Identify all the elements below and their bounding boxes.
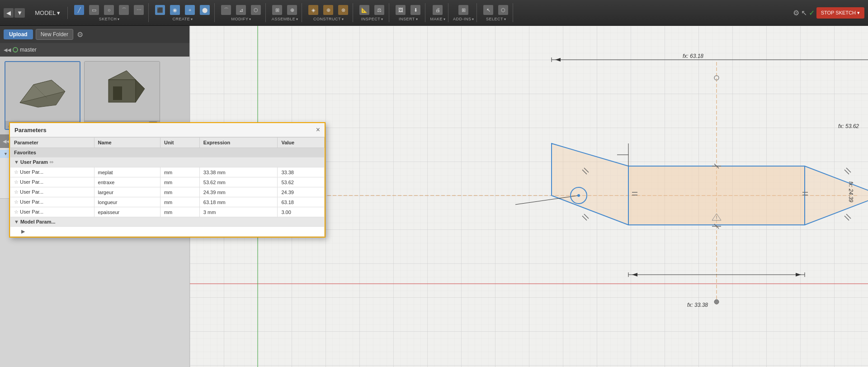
thumbnail-card-0[interactable]: 🖊 supersoco plug ... V1 [5, 61, 80, 130]
assemble-joint-button[interactable]: ⊕ [285, 4, 299, 16]
inspect-measure-button[interactable]: 📐 [358, 4, 371, 16]
param-row-supersoco[interactable]: ▶ [10, 227, 325, 237]
param-name-epaisseur[interactable]: epaisseur [94, 207, 160, 217]
parameters-close-button[interactable]: × [316, 126, 320, 134]
addins-scripts-button[interactable]: ⊞ [457, 4, 470, 16]
parameters-title: Parameters [14, 127, 47, 133]
sketch-more-button[interactable]: ⋯ [132, 4, 146, 16]
params-subsection-model[interactable]: ▼ Model Param... [10, 217, 325, 227]
thumbnail-image-0 [5, 62, 80, 121]
nav-dropdown-button[interactable]: ▼ [14, 8, 25, 18]
select-group: ↖ ⬡ SELECT ▾ [479, 3, 513, 22]
file-settings-button[interactable]: ⚙ [77, 30, 83, 39]
star-longueur[interactable]: ☆ [14, 199, 19, 205]
create-loft-button[interactable]: ⬤ [198, 4, 212, 16]
user-params-expand[interactable]: ▼ [14, 159, 20, 165]
create-extrude-button[interactable]: ⬛ [153, 4, 167, 16]
sketch-rect-button[interactable]: ▭ [87, 4, 101, 16]
param-value-entraxe: 53.62 [278, 177, 325, 187]
modify-dropdown-arrow: ▾ [249, 17, 251, 21]
create-label: CREATE [173, 17, 190, 21]
supersoco-expand[interactable]: ▶ [21, 229, 25, 234]
insert-group: 🖼 ⬇ INSERT ▾ [391, 3, 425, 22]
nav-left-arrow[interactable]: ◀◀ [4, 47, 11, 53]
user-params-resize-handle[interactable]: ⇔ [49, 159, 53, 165]
cursor-icon-button[interactable]: ↖ [801, 9, 807, 17]
chevron-down-icon: ▾ [57, 10, 60, 16]
param-param-meplat: ☆ User Par... [10, 167, 94, 177]
main-toolbar: ◀ ▼ MODEL ▾ ╱ ▭ ○ ⌒ ⋯ [0, 0, 868, 26]
select-button[interactable]: ↖ [481, 4, 495, 16]
param-expr-epaisseur[interactable]: 3 mm [199, 207, 278, 217]
col-header-name: Name [94, 138, 160, 148]
param-unit-longueur: mm [160, 197, 199, 207]
modify-chamfer-button[interactable]: ⊿ [234, 4, 248, 16]
assemble-new-button[interactable]: ⊞ [270, 4, 284, 16]
star-largeur[interactable]: ☆ [14, 189, 19, 195]
breadcrumb-bar: ◀◀ master [0, 43, 189, 57]
param-name-largeur[interactable]: largeur [94, 187, 160, 197]
param-unit-entraxe: mm [160, 177, 199, 187]
param-expr-longueur[interactable]: 63.18 mm [199, 197, 278, 207]
star-meplat[interactable]: ☆ [14, 169, 19, 175]
select-label: SELECT [486, 17, 503, 21]
param-expr-meplat[interactable]: 33.38 mm [199, 167, 278, 177]
create-revolve-button[interactable]: ◉ [168, 4, 182, 16]
sketch-circle-button[interactable]: ○ [102, 4, 116, 16]
inspect-interference-button[interactable]: ⚖ [373, 4, 386, 16]
param-name-entraxe[interactable]: entraxe [94, 177, 160, 187]
insert-image-button[interactable]: 🖼 [394, 4, 407, 16]
insert-svg-button[interactable]: ⬇ [409, 4, 422, 16]
tree-expand-root[interactable]: ▼ [4, 152, 9, 156]
construct-axis-button[interactable]: ⊕ [321, 4, 335, 16]
star-entraxe[interactable]: ☆ [14, 179, 19, 185]
param-row-longueur: ☆ User Par... longueur mm 63.18 mm 63.18 [10, 197, 325, 207]
col-header-parameter: Parameter [10, 138, 94, 148]
svg-marker-4 [108, 71, 136, 80]
param-param-entraxe: ☆ User Par... [10, 177, 94, 187]
star-epaisseur[interactable]: ☆ [14, 209, 19, 214]
sketch-arc-button[interactable]: ⌒ [117, 4, 131, 16]
params-subsection-user[interactable]: ▼ User Param ⇔ [10, 157, 325, 167]
sketch-line-button[interactable]: ╱ [72, 4, 86, 16]
inspect-dropdown-arrow: ▾ [381, 17, 383, 21]
select-window-button[interactable]: ⬡ [496, 4, 510, 16]
construct-plane-button[interactable]: ◈ [307, 4, 320, 16]
assemble-label: ASSEMBLE [272, 17, 296, 21]
model-params-expand[interactable]: ▼ [14, 219, 20, 224]
modify-fillet-button[interactable]: ⌒ [219, 4, 233, 16]
param-name-meplat[interactable]: meplat [94, 167, 160, 177]
param-source-largeur: User Par... [20, 189, 43, 195]
param-expr-entraxe[interactable]: 53.62 mm [199, 177, 278, 187]
stop-sketch-dropdown-arrow: ▾ [857, 10, 860, 15]
upload-button[interactable]: Upload [4, 29, 33, 39]
assemble-group: ⊞ ⊕ ASSEMBLE ▾ [268, 3, 302, 22]
model-params-label: Model Param... [20, 219, 56, 224]
construct-dropdown-arrow: ▾ [342, 17, 344, 21]
addins-dropdown-arrow: ▾ [472, 17, 474, 21]
col-header-expression: Expression [199, 138, 278, 148]
model-dropdown-button[interactable]: MODEL ▾ [31, 8, 64, 18]
addins-label: ADD-INS [453, 17, 472, 21]
construct-point-button[interactable]: ⊗ [336, 4, 350, 16]
param-param-largeur: ☆ User Par... [10, 187, 94, 197]
col-header-unit: Unit [160, 138, 199, 148]
svg-point-56 [714, 300, 719, 304]
make-3dprint-button[interactable]: 🖨 [431, 4, 444, 16]
params-section-favorites: Favorites [10, 148, 325, 157]
thumbnail-card-1[interactable]: 🖊 test V4 [84, 61, 160, 130]
svg-marker-5 [136, 80, 145, 102]
check-icon-button[interactable]: ✓ [809, 9, 815, 17]
thumb-svg-0 [11, 67, 74, 116]
param-value-longueur: 63.18 [278, 197, 325, 207]
nav-back-button[interactable]: ◀ [4, 8, 14, 18]
new-folder-button[interactable]: New Folder [36, 29, 73, 40]
modify-shell-button[interactable]: ⬡ [249, 4, 263, 16]
param-name-longueur[interactable]: longueur [94, 197, 160, 207]
settings-button[interactable]: ⚙ [793, 9, 799, 17]
favorites-label: Favorites [10, 148, 325, 157]
param-expr-largeur[interactable]: 24.39 mm [199, 187, 278, 197]
param-row-epaisseur: ☆ User Par... epaisseur mm 3 mm 3.00 [10, 207, 325, 217]
stop-sketch-button[interactable]: STOP SKETCH ▾ [816, 7, 864, 19]
create-sweep-button[interactable]: ⌖ [183, 4, 197, 16]
